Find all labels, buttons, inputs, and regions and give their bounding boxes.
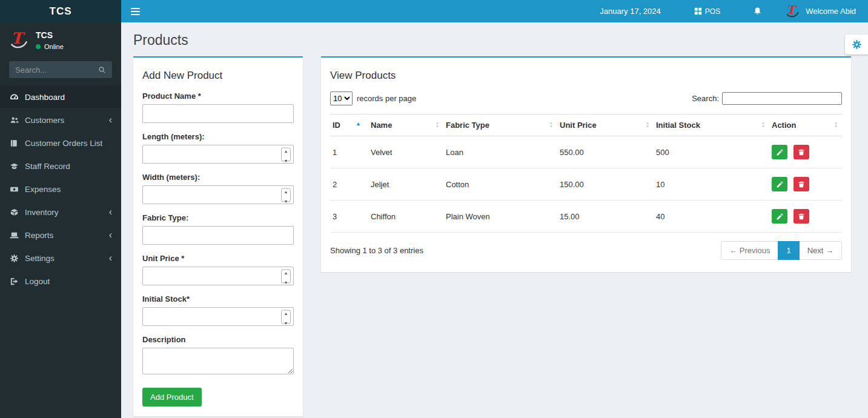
spinner-down-icon[interactable]	[285, 154, 287, 164]
column-header-action[interactable]: Action	[769, 114, 842, 136]
product-name-input[interactable]	[142, 104, 294, 123]
sidebar-item-reports[interactable]: Reports ‹	[0, 224, 121, 247]
delete-button[interactable]	[793, 177, 809, 191]
user-menu[interactable]: T Welcome Abid	[785, 4, 856, 19]
sidebar-brand-name: TCS	[36, 30, 64, 40]
cell-unit-price: 550.00	[557, 136, 654, 168]
tcs-logo-icon: T	[785, 4, 801, 19]
sidebar-menu: Dashboard Customers ‹ Customer Orders Li…	[0, 85, 121, 293]
chevron-left-icon: ‹	[109, 253, 112, 263]
topbar: TCS January 17, 2024 POS T	[0, 0, 868, 22]
cell-action	[769, 201, 842, 233]
cell-action	[769, 168, 842, 201]
length-input[interactable]	[142, 145, 294, 164]
chevron-left-icon: ‹	[109, 230, 112, 240]
sidebar-item-label: Dashboard	[25, 93, 65, 102]
spinner-up-icon[interactable]	[285, 185, 287, 195]
product-name-label: Product Name *	[142, 91, 294, 101]
spinner-down-icon[interactable]	[285, 276, 287, 286]
page-size-select[interactable]: 10	[330, 91, 353, 105]
spinner-up-icon[interactable]	[285, 307, 287, 317]
hamburger-menu-button[interactable]	[121, 0, 150, 22]
pagination-previous-button[interactable]: ← Previous	[721, 241, 778, 260]
sidebar-item-customer-orders-list[interactable]: Customer Orders List	[0, 131, 121, 154]
sidebar-search-button[interactable]	[92, 61, 112, 78]
sidebar-item-label: Staff Record	[25, 162, 70, 171]
online-status-dot	[36, 44, 41, 49]
notifications-button[interactable]	[749, 6, 766, 16]
initial-stock-input[interactable]	[142, 307, 294, 326]
fabric-type-label: Fabric Type:	[142, 213, 294, 222]
initial-stock-label: Initial Stock*	[142, 294, 294, 304]
gear-icon	[9, 253, 19, 263]
table-summary: Showing 1 to 3 of 3 entries	[330, 246, 423, 255]
column-header-name[interactable]: Name	[368, 114, 443, 136]
unit-price-label: Unit Price *	[142, 254, 294, 263]
edit-button[interactable]	[772, 177, 787, 191]
spinner-up-icon[interactable]	[285, 145, 287, 154]
delete-button[interactable]	[793, 145, 809, 159]
sidebar-item-settings[interactable]: Settings ‹	[0, 247, 121, 270]
sidebar-item-expenses[interactable]: Expenses	[0, 177, 121, 201]
sort-icon	[835, 121, 837, 130]
column-header-id[interactable]: ID	[330, 114, 368, 136]
initial-stock-group: Initial Stock*	[142, 294, 294, 326]
width-input[interactable]	[142, 185, 294, 204]
column-header-initial-stock[interactable]: Initial Stock	[654, 114, 769, 136]
number-spinner[interactable]	[281, 188, 291, 202]
sort-icon	[762, 121, 764, 130]
sort-icon	[436, 121, 439, 130]
sidebar-item-dashboard[interactable]: Dashboard	[0, 85, 121, 108]
width-label: Width (meters):	[142, 173, 294, 182]
spinner-up-icon[interactable]	[285, 267, 287, 276]
inventory-box-icon	[9, 207, 19, 217]
spinner-down-icon[interactable]	[285, 195, 287, 205]
number-spinner[interactable]	[281, 269, 291, 283]
delete-button[interactable]	[793, 209, 809, 224]
pagination-page-1-button[interactable]: 1	[778, 241, 799, 260]
pos-link[interactable]: POS	[694, 7, 720, 16]
sidebar-search-input[interactable]	[9, 61, 92, 78]
number-spinner[interactable]	[281, 147, 291, 161]
page-title: Products	[133, 32, 856, 48]
edit-button[interactable]	[772, 145, 787, 159]
sidebar-item-customers[interactable]: Customers ‹	[0, 108, 121, 131]
brand-logo-topbar[interactable]: TCS	[0, 0, 121, 22]
cell-fabric-type: Cotton	[443, 168, 557, 201]
cell-unit-price: 15.00	[557, 201, 654, 233]
customers-icon	[9, 115, 19, 125]
sidebar-item-inventory[interactable]: Inventory ‹	[0, 201, 121, 224]
description-textarea[interactable]	[142, 348, 294, 374]
description-group: Description	[142, 335, 294, 376]
reports-icon	[9, 230, 19, 240]
sidebar-item-label: Reports	[25, 231, 53, 240]
pagination-next-button[interactable]: Next →	[799, 241, 842, 260]
length-label: Length (meters):	[142, 132, 294, 141]
sidebar-item-logout[interactable]: Logout	[0, 270, 121, 293]
column-header-unit-price[interactable]: Unit Price	[557, 114, 654, 136]
control-sidebar-toggle-button[interactable]	[845, 35, 868, 55]
length-group: Length (meters):	[142, 132, 294, 164]
money-icon	[9, 184, 19, 194]
fabric-type-input[interactable]	[142, 226, 294, 245]
table-search-input[interactable]	[722, 92, 842, 105]
brand-text: TCS	[50, 5, 72, 18]
pos-grid-icon	[694, 7, 702, 15]
sort-icon	[646, 121, 649, 130]
hamburger-icon	[131, 6, 140, 17]
trash-icon	[798, 148, 805, 156]
edit-pencil-icon	[776, 148, 784, 156]
add-product-button[interactable]: Add Product	[142, 388, 202, 406]
product-name-group: Product Name *	[142, 91, 294, 123]
number-spinner[interactable]	[281, 310, 291, 323]
table-search-label: Search:	[692, 94, 719, 103]
spinner-down-icon[interactable]	[285, 317, 287, 327]
logout-icon	[9, 276, 19, 286]
edit-button[interactable]	[772, 209, 787, 224]
sidebar-item-staff-record[interactable]: Staff Record	[0, 154, 121, 177]
table-row: 1 Velvet Loan 550.00 500	[330, 136, 842, 168]
cell-unit-price: 150.00	[557, 168, 654, 201]
unit-price-input[interactable]	[142, 267, 294, 285]
add-product-title: Add New Product	[142, 70, 294, 82]
column-header-fabric-type[interactable]: Fabric Type	[443, 114, 557, 136]
